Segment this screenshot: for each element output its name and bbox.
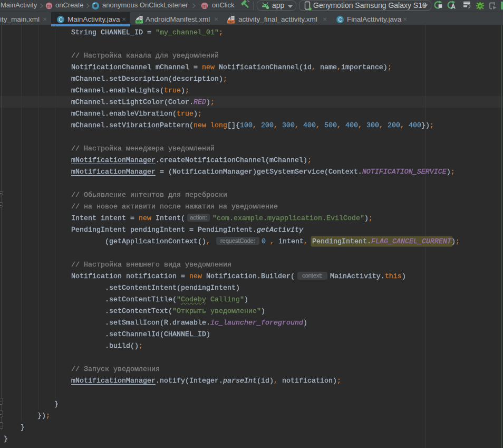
svg-text:MF: MF — [137, 20, 141, 23]
svg-text:<x>: <x> — [228, 20, 234, 23]
svg-text:C: C — [59, 16, 63, 23]
svg-text:C: C — [338, 16, 342, 23]
svg-text:m: m — [47, 3, 51, 9]
svg-text:m: m — [202, 3, 207, 9]
